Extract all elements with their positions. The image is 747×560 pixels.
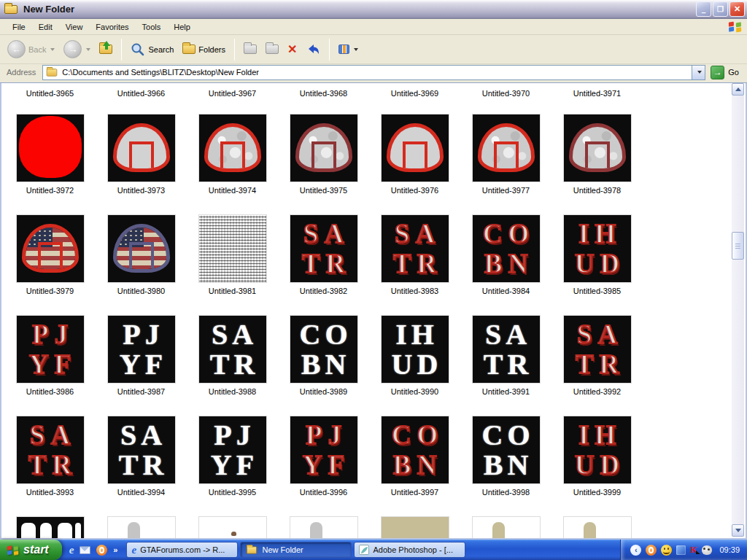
menu-tools[interactable]: Tools — [136, 20, 168, 34]
quick-launch-overflow-chevron[interactable]: » — [113, 545, 117, 554]
file-label[interactable]: Untitled-3987 — [117, 387, 165, 397]
file-item[interactable]: PJYFUntitled-3996 — [278, 416, 369, 497]
file-label[interactable]: Untitled-3972 — [26, 186, 74, 195]
start-button[interactable]: start — [0, 540, 62, 560]
file-item[interactable]: SATRUntitled-3988 — [187, 316, 278, 397]
scroll-up-button[interactable] — [732, 83, 744, 96]
up-button[interactable] — [96, 37, 116, 62]
file-thumbnail[interactable] — [108, 215, 175, 282]
cow-icon[interactable] — [702, 545, 712, 555]
file-label[interactable]: Untitled-3993 — [26, 488, 74, 497]
file-item[interactable] — [369, 517, 460, 538]
file-label[interactable]: Untitled-3991 — [482, 387, 530, 397]
file-item[interactable]: IHUDUntitled-3990 — [369, 316, 460, 397]
file-thumbnail[interactable]: SATR — [564, 316, 631, 383]
file-label[interactable]: Untitled-3975 — [300, 186, 347, 195]
file-thumbnail[interactable] — [382, 517, 449, 538]
file-item[interactable]: Untitled-3979 — [4, 215, 96, 296]
file-label[interactable]: Untitled-3981 — [209, 287, 256, 296]
file-item[interactable]: COBNUntitled-3989 — [278, 316, 369, 397]
file-item[interactable]: IHUDUntitled-3999 — [551, 416, 643, 497]
file-label[interactable]: Untitled-3970 — [482, 89, 530, 98]
file-label[interactable]: Untitled-3979 — [26, 287, 74, 296]
file-label[interactable]: Untitled-3974 — [209, 186, 256, 195]
file-label[interactable]: Untitled-3995 — [209, 488, 256, 497]
outlook-express-icon[interactable] — [80, 546, 90, 554]
opera-tray-icon[interactable] — [646, 545, 657, 556]
file-item[interactable] — [4, 517, 96, 538]
file-thumbnail[interactable] — [290, 517, 357, 538]
file-item[interactable]: Untitled-3981 — [187, 215, 278, 296]
scroll-down-button[interactable] — [732, 524, 744, 537]
file-item[interactable]: COBNUntitled-3984 — [460, 215, 551, 296]
file-label[interactable]: Untitled-3980 — [117, 287, 165, 296]
file-thumbnail[interactable] — [17, 114, 84, 182]
file-thumbnail[interactable]: SATR — [290, 215, 357, 282]
file-item[interactable] — [551, 517, 643, 538]
file-item[interactable]: Untitled-3974 — [187, 114, 278, 195]
file-thumbnail[interactable] — [17, 517, 84, 538]
file-item[interactable]: Untitled-3980 — [96, 215, 187, 296]
file-label[interactable]: Untitled-3968 — [300, 89, 347, 98]
delete-button[interactable]: ✕ — [284, 37, 301, 62]
file-label[interactable]: Untitled-3969 — [391, 89, 438, 98]
file-thumbnail[interactable] — [199, 114, 266, 182]
file-label[interactable]: Untitled-3976 — [391, 186, 438, 195]
file-thumbnail[interactable]: PJYF — [108, 316, 175, 383]
file-label[interactable]: Untitled-3998 — [482, 488, 530, 497]
smiley-messenger-icon[interactable] — [661, 545, 672, 556]
file-label[interactable]: Untitled-3978 — [573, 186, 621, 195]
internet-explorer-icon[interactable]: e — [69, 544, 74, 556]
file-item[interactable]: PJYFUntitled-3986 — [4, 316, 96, 397]
file-label[interactable]: Untitled-3965 — [26, 89, 74, 98]
file-thumbnail[interactable] — [199, 517, 266, 538]
file-thumbnail[interactable] — [382, 114, 449, 182]
file-thumbnail[interactable]: IHUD — [564, 215, 631, 282]
file-item[interactable]: SATRUntitled-3992 — [551, 316, 643, 397]
minimize-button[interactable]: – — [696, 1, 711, 17]
hide-icons-icon[interactable]: ‹ — [630, 545, 641, 556]
file-thumbnail[interactable]: IHUD — [382, 316, 449, 383]
views-button[interactable] — [335, 37, 362, 62]
file-label[interactable]: Untitled-3982 — [300, 287, 347, 296]
file-item[interactable]: Untitled-3972 — [4, 114, 96, 195]
file-thumbnail[interactable]: SATR — [108, 416, 175, 483]
file-thumbnail[interactable]: SATR — [17, 416, 84, 483]
address-dropdown-button[interactable] — [692, 66, 705, 79]
file-item[interactable]: SATRUntitled-3982 — [278, 215, 369, 296]
file-label[interactable]: Untitled-3984 — [482, 287, 530, 296]
file-thumbnail[interactable] — [108, 114, 175, 182]
menu-edit[interactable]: Edit — [32, 20, 59, 34]
file-label[interactable]: Untitled-3986 — [26, 387, 74, 397]
file-item[interactable]: Untitled-3975 — [278, 114, 369, 195]
file-item[interactable]: Untitled-3976 — [369, 114, 460, 195]
file-thumbnail[interactable]: COBN — [473, 215, 540, 282]
search-button[interactable]: Search — [127, 37, 177, 62]
file-label[interactable]: Untitled-3990 — [391, 387, 438, 397]
file-label[interactable]: Untitled-3988 — [209, 387, 256, 397]
file-thumbnail[interactable] — [199, 215, 266, 282]
file-thumbnail[interactable]: SATR — [199, 316, 266, 383]
file-item[interactable]: SATRUntitled-3991 — [460, 316, 551, 397]
file-label[interactable]: Untitled-3992 — [573, 387, 621, 397]
file-label[interactable]: Untitled-3983 — [391, 287, 438, 296]
file-label[interactable]: Untitled-3996 — [300, 488, 347, 497]
file-thumbnail[interactable]: SATR — [473, 316, 540, 383]
file-thumbnail[interactable] — [17, 215, 84, 282]
file-label[interactable]: Untitled-3977 — [482, 186, 530, 195]
file-thumbnail[interactable]: COBN — [473, 416, 540, 483]
menu-view[interactable]: View — [59, 20, 90, 34]
kaspersky-icon[interactable]: K — [690, 544, 697, 556]
file-thumbnail[interactable]: COBN — [382, 416, 449, 483]
file-label[interactable]: Untitled-3999 — [573, 488, 621, 497]
scrollbar-thumb[interactable] — [732, 232, 744, 260]
file-label[interactable]: Untitled-3973 — [117, 186, 165, 195]
file-label[interactable]: Untitled-3989 — [300, 387, 347, 397]
file-label[interactable]: Untitled-3966 — [117, 89, 165, 98]
menu-help[interactable]: Help — [167, 20, 197, 34]
file-label[interactable]: Untitled-3971 — [573, 89, 621, 98]
go-button[interactable]: → — [711, 66, 724, 79]
taskbar-button-gtaforums[interactable]: e GTAForums.com -> R... — [126, 542, 238, 558]
file-thumbnail[interactable]: PJYF — [199, 416, 266, 483]
file-item[interactable] — [460, 517, 551, 538]
